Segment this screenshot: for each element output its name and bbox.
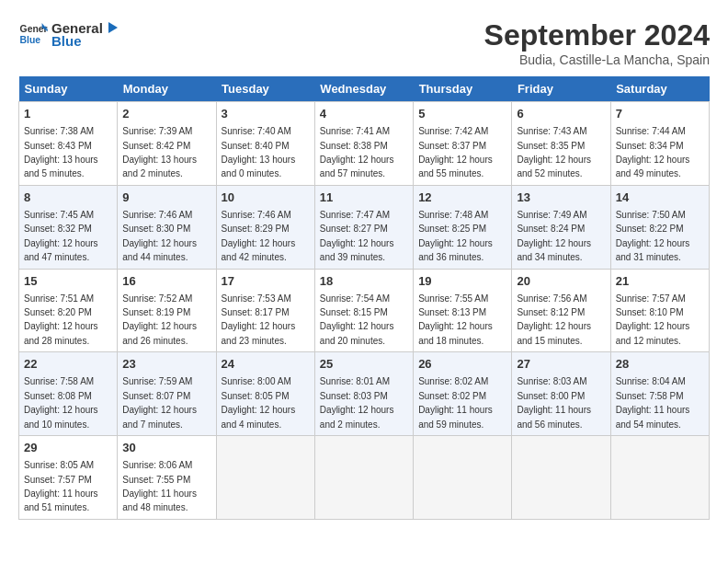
calendar-cell: 23Sunrise: 7:59 AMSunset: 8:07 PMDayligh… (118, 352, 216, 436)
logo-arrow-icon (103, 18, 121, 37)
svg-text:Blue: Blue (20, 34, 41, 44)
calendar-cell (216, 436, 314, 520)
calendar-cell: 7Sunrise: 7:44 AMSunset: 8:34 PMDaylight… (610, 102, 709, 186)
calendar-cell: 22Sunrise: 7:58 AMSunset: 8:08 PMDayligh… (19, 352, 118, 436)
title-area: September 2024 Budia, Castille-La Mancha… (484, 18, 710, 67)
header: General Blue General Blue September 2024… (18, 18, 710, 67)
calendar-cell: 20Sunrise: 7:56 AMSunset: 8:12 PMDayligh… (512, 269, 610, 352)
calendar-cell: 13Sunrise: 7:49 AMSunset: 8:24 PMDayligh… (512, 185, 610, 269)
calendar-cell (414, 436, 512, 520)
calendar-cell: 18Sunrise: 7:54 AMSunset: 8:15 PMDayligh… (314, 269, 413, 352)
header-saturday: Saturday (610, 76, 709, 102)
calendar-cell: 16Sunrise: 7:52 AMSunset: 8:19 PMDayligh… (118, 269, 216, 352)
calendar-cell: 6Sunrise: 7:43 AMSunset: 8:35 PMDaylight… (512, 102, 610, 186)
calendar-cell: 1Sunrise: 7:38 AMSunset: 8:43 PMDaylight… (19, 102, 118, 186)
calendar-cell: 21Sunrise: 7:57 AMSunset: 8:10 PMDayligh… (610, 269, 709, 352)
calendar-week-row: 29Sunrise: 8:05 AMSunset: 7:57 PMDayligh… (19, 436, 710, 520)
calendar-cell (314, 436, 413, 520)
calendar-cell: 17Sunrise: 7:53 AMSunset: 8:17 PMDayligh… (216, 269, 314, 352)
calendar-cell: 25Sunrise: 8:01 AMSunset: 8:03 PMDayligh… (314, 352, 413, 436)
header-monday: Monday (118, 76, 216, 102)
calendar-cell: 15Sunrise: 7:51 AMSunset: 8:20 PMDayligh… (19, 269, 118, 352)
calendar-week-row: 1Sunrise: 7:38 AMSunset: 8:43 PMDaylight… (19, 102, 710, 186)
calendar-cell: 3Sunrise: 7:40 AMSunset: 8:40 PMDaylight… (216, 102, 314, 186)
calendar-cell: 14Sunrise: 7:50 AMSunset: 8:22 PMDayligh… (610, 185, 709, 269)
calendar-cell: 2Sunrise: 7:39 AMSunset: 8:42 PMDaylight… (118, 102, 216, 186)
weekday-header-row: Sunday Monday Tuesday Wednesday Thursday… (19, 76, 710, 102)
calendar-cell: 28Sunrise: 8:04 AMSunset: 7:58 PMDayligh… (610, 352, 709, 436)
logo: General Blue General Blue (18, 18, 121, 49)
calendar-cell: 12Sunrise: 7:48 AMSunset: 8:25 PMDayligh… (414, 185, 512, 269)
header-tuesday: Tuesday (216, 76, 314, 102)
calendar-cell (512, 436, 610, 520)
header-sunday: Sunday (19, 76, 118, 102)
calendar-week-row: 15Sunrise: 7:51 AMSunset: 8:20 PMDayligh… (19, 269, 710, 352)
calendar-cell: 19Sunrise: 7:55 AMSunset: 8:13 PMDayligh… (414, 269, 512, 352)
calendar-cell: 9Sunrise: 7:46 AMSunset: 8:30 PMDaylight… (118, 185, 216, 269)
header-wednesday: Wednesday (314, 76, 413, 102)
calendar-week-row: 22Sunrise: 7:58 AMSunset: 8:08 PMDayligh… (19, 352, 710, 436)
calendar-cell: 24Sunrise: 8:00 AMSunset: 8:05 PMDayligh… (216, 352, 314, 436)
svg-marker-4 (108, 22, 118, 33)
month-title: September 2024 (484, 18, 710, 52)
calendar-table: Sunday Monday Tuesday Wednesday Thursday… (18, 76, 710, 520)
calendar-cell: 4Sunrise: 7:41 AMSunset: 8:38 PMDaylight… (314, 102, 413, 186)
calendar-cell: 27Sunrise: 8:03 AMSunset: 8:00 PMDayligh… (512, 352, 610, 436)
header-friday: Friday (512, 76, 610, 102)
calendar-cell: 26Sunrise: 8:02 AMSunset: 8:02 PMDayligh… (414, 352, 512, 436)
calendar-cell: 8Sunrise: 7:45 AMSunset: 8:32 PMDaylight… (19, 185, 118, 269)
calendar-cell: 10Sunrise: 7:46 AMSunset: 8:29 PMDayligh… (216, 185, 314, 269)
calendar-week-row: 8Sunrise: 7:45 AMSunset: 8:32 PMDaylight… (19, 185, 710, 269)
header-thursday: Thursday (414, 76, 512, 102)
calendar-cell: 11Sunrise: 7:47 AMSunset: 8:27 PMDayligh… (314, 185, 413, 269)
calendar-cell: 29Sunrise: 8:05 AMSunset: 7:57 PMDayligh… (19, 436, 118, 520)
calendar-cell: 5Sunrise: 7:42 AMSunset: 8:37 PMDaylight… (414, 102, 512, 186)
location-subtitle: Budia, Castille-La Mancha, Spain (484, 52, 710, 67)
logo-icon: General Blue (18, 19, 48, 49)
calendar-cell (610, 436, 709, 520)
calendar-cell: 30Sunrise: 8:06 AMSunset: 7:55 PMDayligh… (118, 436, 216, 520)
